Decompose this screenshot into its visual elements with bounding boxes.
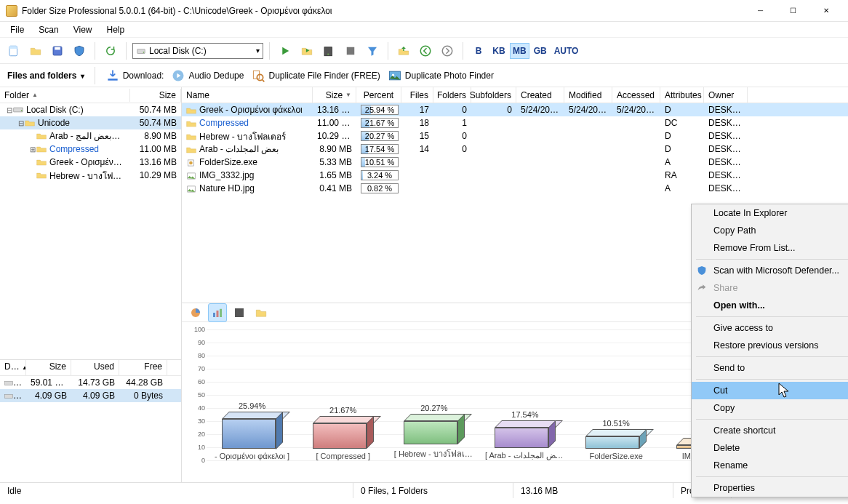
list-header-attributes[interactable]: Attributes — [660, 87, 704, 103]
menu-file[interactable]: File — [4, 23, 30, 36]
context-open-with-[interactable]: Open with... — [692, 297, 848, 314]
play-button[interactable] — [276, 41, 295, 60]
list-header-subfolders[interactable]: Subfolders — [471, 87, 516, 103]
tree-header-folder[interactable]: Folder▲ — [0, 89, 130, 102]
tree-row[interactable]: ⊟Unicode50.74 MB — [0, 116, 181, 129]
drive-row[interactable]: L…59.01 GB14.73 GB44.28 GB — [0, 376, 181, 389]
scan-drive-button[interactable] — [319, 41, 338, 60]
stop-button[interactable] — [341, 41, 360, 60]
chart-bar-button[interactable] — [208, 303, 227, 322]
list-row[interactable]: Arab - بعض المجلدات8.90 MB17.54 %140DDES… — [182, 143, 848, 156]
list-header-percent[interactable]: Percent — [356, 87, 401, 103]
shield-button[interactable] — [70, 41, 89, 60]
drives-header: D… ▲SizeUsedFree — [0, 360, 181, 376]
context-delete[interactable]: Delete — [692, 439, 848, 457]
tree-header-size[interactable]: Size — [130, 89, 181, 102]
context-menu[interactable]: Locate In ExplorerCopy PathRemove From L… — [691, 204, 848, 497]
tree-row[interactable]: Greek - Ορισμέν…13.16 MB — [0, 156, 181, 169]
back-button[interactable] — [416, 41, 435, 60]
context-properties[interactable]: Properties — [692, 479, 848, 497]
expand-icon[interactable]: ⊞ — [29, 145, 36, 153]
list-header-files[interactable]: Files — [401, 87, 433, 103]
chart-pie-button[interactable] — [186, 303, 205, 322]
save-button[interactable] — [48, 41, 67, 60]
file-list-header: NameSize▼PercentFilesFoldersSubfoldersCr… — [182, 87, 848, 103]
context-scan-with-microsoft-defender-[interactable]: Scan with Microsoft Defender... — [692, 262, 848, 279]
menu-view[interactable]: View — [68, 23, 98, 36]
svg-point-22 — [189, 161, 193, 164]
list-row[interactable]: FolderSize.exe5.33 MB10.51 %ADESKTO… — [182, 156, 848, 169]
drives-header-col[interactable]: Free — [119, 360, 167, 375]
drive-combo[interactable]: Local Disk (C:) ▾ — [132, 43, 263, 59]
context-locate-in-explorer[interactable]: Locate In Explorer — [692, 204, 848, 222]
files-folders-dropdown[interactable]: Files and folders ▾ — [7, 71, 84, 81]
unit-b-button[interactable]: B — [469, 43, 488, 59]
drives-header-col[interactable]: Used — [71, 360, 119, 375]
list-row[interactable]: Hebrew - บางโฟลเดอร์10.29 MB20.27 %150DD… — [182, 129, 848, 143]
audio-dedupe-link[interactable]: Audio Dedupe — [171, 68, 244, 83]
main-toolbar: Local Disk (C:) ▾ BKBMBGBAUTO — [0, 38, 848, 64]
context-rename[interactable]: Rename — [692, 457, 848, 474]
list-row[interactable]: Compressed11.00 MB21.67 %181DCDESKTO… — [182, 116, 848, 129]
forward-button[interactable] — [438, 41, 457, 60]
new-scan-button[interactable] — [4, 41, 23, 60]
context-copy-path[interactable]: Copy Path — [692, 222, 848, 239]
drive-row[interactable]: …4.09 GB4.09 GB0 Bytes — [0, 389, 181, 402]
folder-tree[interactable]: ⊟Local Disk (C:)50.74 MB⊟Unicode50.74 MB… — [0, 103, 181, 359]
chart-view3-button[interactable] — [230, 303, 249, 322]
tree-row[interactable]: ⊞Compressed11.00 MB — [0, 143, 181, 156]
context-restore-previous-versions[interactable]: Restore previous versions — [692, 337, 848, 354]
drives-header-col[interactable]: D… ▲ — [0, 360, 26, 375]
list-header-size[interactable]: Size▼ — [313, 87, 356, 103]
tree-row[interactable]: ⊟Local Disk (C:)50.74 MB — [0, 103, 181, 116]
svg-rect-1 — [9, 46, 17, 49]
drives-list[interactable]: L…59.01 GB14.73 GB44.28 GB …4.09 GB4.09 … — [0, 376, 181, 402]
drives-header-col[interactable]: Size — [26, 360, 71, 375]
dup-photo-finder-link[interactable]: Duplicate Photo Finder — [388, 68, 494, 83]
up-button[interactable] — [394, 41, 413, 60]
minimize-button[interactable]: ─ — [744, 0, 777, 22]
unit-kb-button[interactable]: KB — [489, 43, 508, 59]
unit-gb-button[interactable]: GB — [531, 43, 550, 59]
maximize-button[interactable]: ☐ — [777, 0, 809, 22]
refresh-button[interactable] — [101, 41, 120, 60]
context-cut[interactable]: Cut — [692, 382, 848, 399]
close-button[interactable]: ✕ — [809, 0, 842, 22]
list-row[interactable]: Nature HD.jpg0.41 MB0.82 %ADESKTO… — [182, 182, 848, 195]
unit-mb-button[interactable]: MB — [510, 43, 529, 59]
chart-view4-button[interactable] — [252, 303, 271, 322]
search-files-icon — [251, 68, 265, 83]
svg-rect-29 — [235, 308, 244, 317]
svg-point-18 — [21, 110, 23, 111]
list-header-created[interactable]: Created — [516, 87, 564, 103]
context-send-to[interactable]: Send to — [692, 359, 848, 377]
tree-row[interactable]: Hebrew - บางโฟ…10.29 MB — [0, 169, 181, 182]
list-header-owner[interactable]: Owner — [704, 87, 748, 103]
scan-folder-button[interactable] — [297, 41, 316, 60]
open-button[interactable] — [26, 41, 45, 60]
title-bar: Folder Size Professional 5.0.0.1 (64-bit… — [0, 0, 848, 22]
expand-icon[interactable]: ⊟ — [6, 106, 13, 114]
menu-scan[interactable]: Scan — [33, 23, 64, 36]
list-row[interactable]: Greek - Ορισμένοι φάκελοι13.16 MB25.94 %… — [182, 103, 848, 116]
list-header-modified[interactable]: Modified — [564, 87, 612, 103]
context-copy[interactable]: Copy — [692, 399, 848, 417]
status-counts: 0 Files, 1 Folders — [353, 483, 513, 498]
list-row[interactable]: IMG_3332.jpg1.65 MB3.24 %RADESKTO… — [182, 169, 848, 182]
menu-help[interactable]: Help — [101, 23, 131, 36]
svg-rect-28 — [220, 308, 222, 316]
context-give-access-to[interactable]: Give access to — [692, 319, 848, 337]
context-create-shortcut[interactable]: Create shortcut — [692, 422, 848, 439]
list-header-accessed[interactable]: Accessed — [612, 87, 660, 103]
context-remove-from-list-[interactable]: Remove From List... — [692, 239, 848, 257]
dup-file-finder-link[interactable]: Duplicate File Finder (FREE) — [251, 68, 380, 83]
svg-rect-3 — [55, 47, 60, 49]
expand-icon[interactable]: ⊟ — [17, 119, 25, 127]
filter-button[interactable] — [363, 41, 382, 60]
svg-rect-8 — [347, 47, 355, 55]
chart-bar: 17.54%[ Arab - بعض المجلدات ] — [479, 410, 570, 460]
list-header-name[interactable]: Name — [182, 87, 313, 103]
unit-auto-button[interactable]: AUTO — [551, 43, 582, 59]
tree-row[interactable]: Arab - بعض المج…8.90 MB — [0, 129, 181, 143]
list-header-folders[interactable]: Folders — [433, 87, 471, 103]
